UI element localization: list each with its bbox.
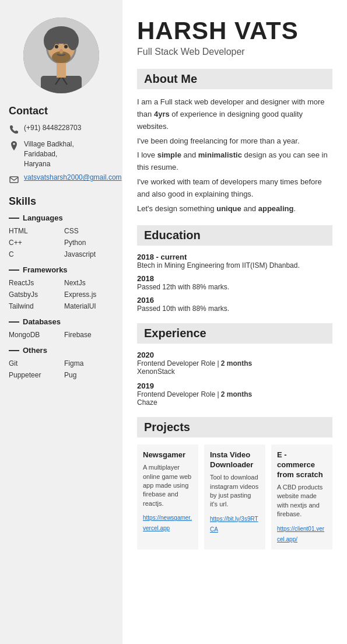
exp-role-2: Frontend Developer Role | 2 months bbox=[137, 390, 332, 398]
divider-line-4 bbox=[9, 350, 19, 351]
others-divider: Others bbox=[9, 346, 114, 355]
project-card-2: Insta Video Downloader Tool to download … bbox=[204, 444, 265, 549]
skill-nextjs: NextJs bbox=[64, 278, 114, 288]
skill-puppeteer: Puppeteer bbox=[9, 370, 58, 380]
left-column: Contact (+91) 8448228703 Village Badkhal… bbox=[0, 0, 122, 644]
skills-section: Skills Languages HTML CSS C++ Python C J… bbox=[9, 195, 114, 380]
contact-address-item: Village Badkhal,Faridabad,Haryana bbox=[9, 139, 114, 169]
skills-title: Skills bbox=[9, 195, 114, 208]
skill-javascript: Javascript bbox=[64, 249, 114, 260]
divider-line bbox=[9, 218, 19, 219]
exp-entry-2: 2019 Frontend Developer Role | 2 months … bbox=[137, 382, 332, 407]
svg-point-13 bbox=[44, 32, 55, 50]
exp-company-1: XenonStack bbox=[137, 368, 332, 376]
contact-address: Village Badkhal,Faridabad,Haryana bbox=[24, 139, 74, 169]
about-body: I am a Full stack web developer and desi… bbox=[137, 96, 332, 215]
divider-line-3 bbox=[9, 321, 19, 323]
others-title: Others bbox=[23, 346, 47, 355]
edu-desc-1: Btech in Mining Engineering from IIT(ISM… bbox=[137, 261, 332, 270]
skill-firebase: Firebase bbox=[64, 330, 114, 340]
svg-point-7 bbox=[64, 45, 68, 48]
projects-header: Projects bbox=[137, 417, 332, 438]
skill-pug: Pug bbox=[64, 370, 114, 380]
project-name-2: Insta Video Downloader bbox=[210, 450, 260, 470]
project-desc-1: A multiplayer online game web app made u… bbox=[143, 463, 192, 508]
contact-title: Contact bbox=[9, 105, 114, 117]
project-link-3[interactable]: https://client01.vercel.app/ bbox=[277, 526, 324, 542]
name-block: HARSH VATS Full Stack Web Developer bbox=[137, 18, 332, 57]
frameworks-title: Frameworks bbox=[23, 265, 68, 274]
edu-entry-3: 2016 Passed 10th with 88% marks. bbox=[137, 296, 332, 313]
contact-phone: (+91) 8448228703 bbox=[24, 123, 81, 133]
skill-gatsbyjs: GatsbyJs bbox=[9, 289, 58, 300]
contact-email-item: vatsvatsharsh2000@gmail.com bbox=[9, 173, 114, 185]
skill-cpp: C++ bbox=[9, 237, 58, 248]
skill-mongodb: MongoDB bbox=[9, 330, 58, 340]
svg-point-6 bbox=[55, 45, 58, 48]
about-section: About Me I am a Full stack web developer… bbox=[137, 69, 332, 215]
skill-reactjs: ReactJs bbox=[9, 278, 58, 288]
project-card-3: E - commerce from scratch A CBD products… bbox=[271, 444, 332, 549]
about-p5: Let's design something unique and appeal… bbox=[137, 203, 332, 215]
edu-year-1: 2018 - current bbox=[137, 253, 332, 261]
project-name-1: Newsgamer bbox=[143, 450, 192, 460]
project-link-2[interactable]: https://bit.ly/3s9RTCA bbox=[210, 516, 258, 533]
skill-html: HTML bbox=[9, 226, 58, 236]
skill-tailwind: Tailwind bbox=[9, 301, 58, 312]
project-link-1[interactable]: https://newsgamer.vercel.app bbox=[143, 514, 192, 531]
education-section: Education 2018 - current Btech in Mining… bbox=[137, 225, 332, 313]
avatar-container bbox=[9, 18, 114, 93]
about-p4: I've worked with team of developers many… bbox=[137, 176, 332, 201]
contact-phone-item: (+91) 8448228703 bbox=[9, 123, 114, 135]
education-header: Education bbox=[137, 225, 332, 246]
skill-git: Git bbox=[9, 358, 58, 369]
about-p3: I love simple and minimalistic design as… bbox=[137, 149, 332, 174]
projects-grid: Newsgamer A multiplayer online game web … bbox=[137, 444, 332, 549]
about-p2: I've been doing freelancing for more tha… bbox=[137, 135, 332, 148]
svg-point-5 bbox=[59, 49, 63, 54]
project-name-3: E - commerce from scratch bbox=[277, 450, 327, 480]
frameworks-divider: Frameworks bbox=[9, 265, 114, 274]
skill-figma: Figma bbox=[64, 358, 114, 369]
exp-role-1: Frontend Developer Role | 2 months bbox=[137, 359, 332, 368]
databases-title: Databases bbox=[23, 317, 61, 326]
phone-icon bbox=[9, 124, 19, 135]
svg-rect-8 bbox=[41, 76, 82, 93]
svg-rect-15 bbox=[10, 177, 18, 183]
languages-divider: Languages bbox=[9, 214, 114, 222]
project-desc-2: Tool to download instagram videos by jus… bbox=[210, 473, 260, 509]
languages-grid: HTML CSS C++ Python C Javascript bbox=[9, 226, 114, 260]
exp-year-2: 2019 bbox=[137, 382, 332, 390]
frameworks-grid: ReactJs NextJs GatsbyJs Express.js Tailw… bbox=[9, 278, 114, 312]
right-column: HARSH VATS Full Stack Web Developer Abou… bbox=[122, 0, 347, 644]
about-header: About Me bbox=[137, 69, 332, 89]
skill-expressjs: Express.js bbox=[64, 289, 114, 300]
job-title: Full Stack Web Developer bbox=[137, 47, 332, 57]
exp-company-2: Chaze bbox=[137, 398, 332, 407]
databases-grid: MongoDB Firebase bbox=[9, 330, 114, 340]
exp-year-1: 2020 bbox=[137, 351, 332, 359]
divider-line-2 bbox=[9, 270, 19, 271]
experience-header: Experience bbox=[137, 323, 332, 344]
email-icon bbox=[9, 174, 19, 185]
project-desc-3: A CBD products website made with nextjs … bbox=[277, 483, 327, 519]
avatar bbox=[23, 18, 99, 93]
svg-rect-11 bbox=[57, 63, 66, 78]
project-card-1: Newsgamer A multiplayer online game web … bbox=[137, 444, 198, 549]
experience-section: Experience 2020 Frontend Developer Role … bbox=[137, 323, 332, 407]
skill-materialui: MaterialUI bbox=[64, 301, 114, 312]
projects-section: Projects Newsgamer A multiplayer online … bbox=[137, 417, 332, 549]
edu-entry-2: 2018 Passed 12th with 88% marks. bbox=[137, 274, 332, 291]
skill-css: CSS bbox=[64, 226, 114, 236]
svg-point-14 bbox=[67, 32, 79, 50]
edu-year-3: 2016 bbox=[137, 296, 332, 304]
edu-desc-3: Passed 10th with 88% marks. bbox=[137, 304, 332, 313]
about-p1: I am a Full stack web developer and desi… bbox=[137, 96, 332, 132]
contact-email[interactable]: vatsvatsharsh2000@gmail.com bbox=[24, 173, 122, 181]
edu-entry-1: 2018 - current Btech in Mining Engineeri… bbox=[137, 253, 332, 270]
skill-c: C bbox=[9, 249, 58, 260]
databases-divider: Databases bbox=[9, 317, 114, 326]
person-name: HARSH VATS bbox=[137, 18, 332, 44]
others-grid: Git Figma Puppeteer Pug bbox=[9, 358, 114, 380]
skill-python: Python bbox=[64, 237, 114, 248]
